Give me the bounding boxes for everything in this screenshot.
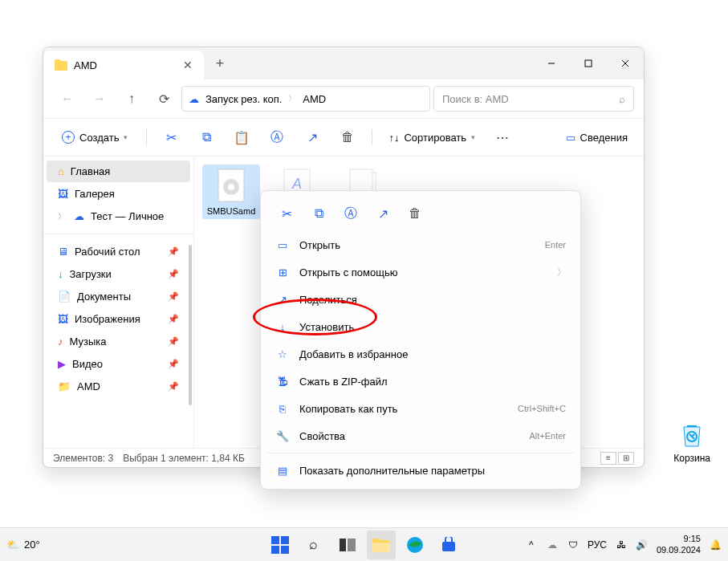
desktop-icon: 🖥	[58, 246, 68, 258]
ctx-open-with[interactable]: ⊞ Открыть с помощью 〉	[266, 258, 575, 286]
minimize-button[interactable]	[533, 47, 570, 79]
sidebar-item-desktop[interactable]: 🖥 Рабочий стол 📌	[47, 241, 190, 262]
explorer-button[interactable]	[367, 531, 396, 559]
svg-rect-1	[585, 60, 592, 67]
sidebar-item-gallery[interactable]: 🖼 Галерея	[47, 183, 190, 205]
scrollbar[interactable]	[189, 245, 192, 405]
chevron-right-icon: 〉	[58, 211, 67, 222]
tab-title: AMD	[74, 59, 97, 71]
pin-icon: 📌	[168, 246, 179, 257]
more-button[interactable]: ⋯	[488, 125, 517, 150]
sidebar-item-videos[interactable]: ▶ Видео 📌	[47, 353, 190, 375]
create-button[interactable]: + Создать ▾	[53, 125, 136, 149]
tab-amd[interactable]: AMD ✕	[43, 51, 204, 79]
breadcrumb[interactable]: ☁ Запуск рез. коп. 〉 AMD	[181, 86, 430, 112]
document-icon: 📄	[58, 291, 71, 303]
svg-rect-20	[442, 542, 455, 551]
folder-icon	[55, 59, 67, 71]
sidebar-item-downloads[interactable]: ↓ Загрузки 📌	[47, 263, 190, 285]
copy-icon[interactable]: ⧉	[307, 202, 330, 225]
maximize-button[interactable]	[570, 47, 607, 79]
onedrive-tray-icon[interactable]: ☁	[546, 539, 559, 551]
rename-icon[interactable]: Ⓐ	[262, 124, 291, 150]
desktop-recycle-bin[interactable]: Корзина	[673, 417, 710, 464]
ctx-install[interactable]: ↓ Установить	[266, 313, 575, 340]
back-button[interactable]: ←	[53, 86, 82, 112]
copy-icon[interactable]: ⧉	[192, 124, 221, 150]
sidebar-item-pictures[interactable]: 🖼 Изображения 📌	[47, 308, 190, 330]
ctx-zip[interactable]: 🗜 Сжать в ZIP-файл	[266, 368, 575, 395]
sidebar-item-onedrive[interactable]: 〉 ☁ Тест — Личное	[47, 205, 190, 227]
video-icon: ▶	[58, 358, 66, 370]
breadcrumb-backup[interactable]: Запуск рез. коп.	[205, 93, 282, 105]
paste-icon[interactable]: 📋	[227, 124, 256, 150]
zip-icon: 🗜	[275, 374, 290, 388]
search-input[interactable]: Поиск в: AMD ⌕	[433, 86, 634, 112]
delete-icon[interactable]: 🗑	[333, 124, 362, 150]
ctx-label: Свойства	[299, 430, 345, 442]
ctx-share[interactable]: ↗ Поделиться	[266, 286, 575, 313]
svg-rect-16	[340, 539, 346, 551]
ctx-more-options[interactable]: ▤ Показать дополнительные параметры	[266, 457, 575, 484]
divider	[43, 234, 193, 234]
refresh-button[interactable]: ⟳	[149, 86, 178, 112]
cut-icon[interactable]: ✂	[157, 124, 185, 150]
weather-widget[interactable]: ⛅ 20°	[6, 539, 40, 551]
delete-icon[interactable]: 🗑	[404, 202, 426, 225]
music-icon: ♪	[58, 335, 63, 348]
cloud-icon: ☁	[189, 93, 199, 105]
network-tray-icon[interactable]: 🖧	[615, 539, 628, 551]
forward-button[interactable]: →	[85, 86, 114, 112]
security-tray-icon[interactable]: 🛡	[567, 539, 580, 551]
close-button[interactable]	[607, 47, 644, 79]
ctx-properties[interactable]: 🔧 Свойства Alt+Enter	[266, 422, 575, 449]
store-button[interactable]	[434, 531, 463, 559]
install-icon: ↓	[275, 319, 290, 334]
search-button[interactable]: ⌕	[299, 531, 328, 559]
file-item-selected[interactable]: SMBUSamd	[202, 165, 260, 219]
view-grid-button[interactable]: ⊞	[618, 452, 634, 465]
titlebar: AMD ✕ +	[43, 47, 644, 79]
inf-file-icon	[214, 168, 249, 203]
notifications-icon[interactable]: 🔔	[709, 539, 722, 551]
context-top-actions: ✂ ⧉ Ⓐ ↗ 🗑	[266, 196, 575, 231]
details-label: Сведения	[580, 132, 628, 144]
sidebar-item-amd[interactable]: 📁 AMD 📌	[47, 376, 190, 397]
up-button[interactable]: ↑	[117, 86, 146, 112]
share-icon[interactable]: ↗	[298, 124, 327, 150]
new-tab-button[interactable]: +	[204, 47, 236, 79]
task-view-button[interactable]	[333, 531, 362, 559]
ctx-hint: Ctrl+Shift+C	[518, 404, 566, 413]
star-icon: ☆	[275, 347, 290, 361]
ctx-favorite[interactable]: ☆ Добавить в избранное	[266, 340, 575, 368]
details-button[interactable]: ▭ Сведения	[559, 127, 634, 148]
view-list-button[interactable]: ≡	[600, 452, 616, 465]
ctx-copy-path[interactable]: ⎘ Копировать как путь Ctrl+Shift+C	[266, 395, 575, 422]
clock[interactable]: 9:15 09.09.2024	[657, 534, 701, 555]
close-tab-icon[interactable]: ✕	[183, 59, 193, 71]
sidebar-item-documents[interactable]: 📄 Документы 📌	[47, 286, 190, 307]
svg-text:A: A	[291, 176, 302, 192]
view-toggle: ≡ ⊞	[600, 452, 634, 465]
taskbar-right: ^ ☁ 🛡 РУС 🖧 🔊 9:15 09.09.2024 🔔	[525, 534, 722, 555]
start-button[interactable]	[266, 531, 295, 559]
sidebar-label: Загрузки	[70, 268, 112, 280]
ctx-hint: Alt+Enter	[529, 431, 566, 441]
edge-button[interactable]	[401, 531, 429, 559]
language-indicator[interactable]: РУС	[588, 539, 607, 551]
cut-icon[interactable]: ✂	[275, 202, 298, 225]
ctx-open[interactable]: ▭ Открыть Enter	[266, 231, 575, 258]
sidebar-label: Галерея	[75, 188, 115, 200]
breadcrumb-current[interactable]: AMD	[303, 93, 326, 105]
details-icon: ▭	[566, 132, 575, 144]
sidebar-item-music[interactable]: ♪ Музыка 📌	[47, 331, 190, 352]
ctx-label: Поделиться	[299, 294, 357, 306]
volume-tray-icon[interactable]: 🔊	[636, 539, 649, 551]
tray-chevron-icon[interactable]: ^	[525, 539, 538, 551]
sort-button[interactable]: ↑↓ Сортировать ▾	[382, 127, 482, 148]
create-label: Создать	[79, 132, 119, 144]
rename-icon[interactable]: Ⓐ	[340, 202, 362, 225]
file-name: SMBUSamd	[207, 206, 256, 216]
sidebar-item-home[interactable]: ⌂ Главная	[47, 161, 190, 182]
share-icon[interactable]: ↗	[372, 202, 394, 225]
